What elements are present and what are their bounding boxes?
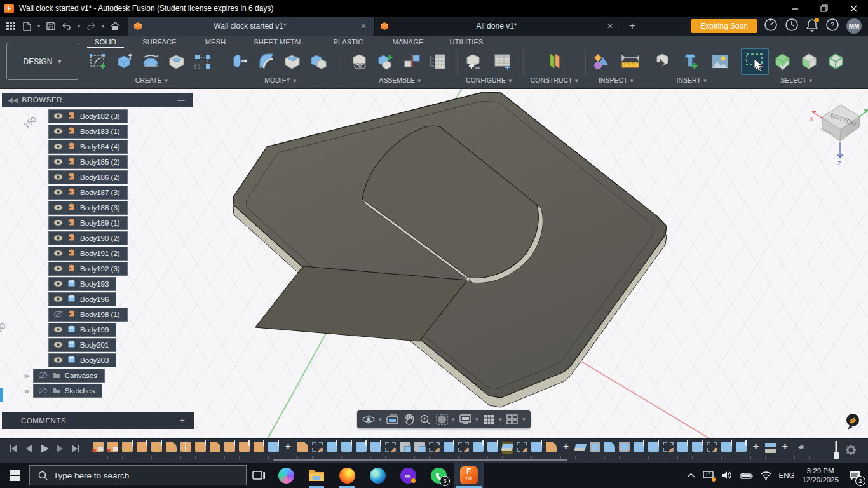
license-expiring-badge[interactable]: Expiring Soon bbox=[691, 19, 757, 33]
timeline-feature-layersB-icon[interactable] bbox=[765, 442, 776, 454]
new-tab-button[interactable]: + bbox=[621, 17, 643, 36]
expand-arrow-icon[interactable]: » bbox=[24, 369, 29, 382]
visibility-eye-icon[interactable] bbox=[53, 112, 63, 121]
tab-close-icon[interactable]: ✕ bbox=[604, 22, 616, 30]
collapse-panel-icon[interactable]: ◀◀ bbox=[2, 97, 22, 104]
timeline-feature-extrB-icon[interactable] bbox=[721, 442, 732, 454]
fit-icon[interactable] bbox=[434, 412, 449, 427]
visibility-eye-icon[interactable] bbox=[53, 341, 63, 349]
browser-scroll-indicator[interactable] bbox=[0, 388, 3, 402]
timeline-feature-sketch-icon[interactable] bbox=[663, 442, 674, 454]
ribbon-tab-sheet-metal[interactable]: SHEET METAL bbox=[245, 37, 312, 47]
viewports-icon[interactable] bbox=[505, 412, 520, 427]
timeline-feature-extrB-icon[interactable] bbox=[327, 442, 337, 454]
timeline-feature-extrO-icon[interactable] bbox=[254, 442, 264, 454]
browser-item-body185-2-[interactable]: Body185 (2) bbox=[48, 155, 128, 169]
visibility-eye-off-icon[interactable] bbox=[38, 387, 48, 395]
tray-wifi-icon[interactable] bbox=[761, 471, 771, 480]
select-edge-icon[interactable] bbox=[824, 48, 849, 75]
apps-grid-icon[interactable] bbox=[4, 19, 18, 33]
timeline-feature-extrB-icon[interactable] bbox=[692, 442, 703, 454]
close-button[interactable] bbox=[839, 0, 868, 17]
timeline-feature-extrB-icon[interactable] bbox=[268, 442, 279, 454]
timeline-feature-sketch-icon[interactable] bbox=[429, 442, 440, 454]
visibility-eye-icon[interactable] bbox=[53, 204, 63, 212]
fillet-icon[interactable] bbox=[253, 48, 279, 75]
timeline-feature-move-icon[interactable]: + bbox=[283, 442, 294, 454]
timeline-feature-extrB-icon[interactable] bbox=[648, 442, 659, 454]
timeline-feature-filletO-icon[interactable] bbox=[297, 442, 308, 454]
timeline-feature-move-icon[interactable]: + bbox=[750, 442, 761, 454]
action-center-icon[interactable]: 2 bbox=[846, 467, 863, 484]
tray-speaker-icon[interactable] bbox=[722, 471, 733, 480]
group-label-construct[interactable]: CONSTRUCT ▼ bbox=[527, 76, 582, 84]
timeline-feature-sketch-icon[interactable] bbox=[517, 442, 527, 454]
timeline-feature-extrO-icon[interactable] bbox=[122, 442, 133, 454]
insert-canvas-icon[interactable] bbox=[707, 48, 733, 75]
joint-icon[interactable] bbox=[398, 48, 424, 75]
grid-settings-icon[interactable] bbox=[481, 412, 496, 427]
feedback-balloon-icon[interactable] bbox=[845, 413, 860, 430]
visibility-eye-off-icon[interactable] bbox=[53, 311, 63, 319]
ribbon-tab-manage[interactable]: MANAGE bbox=[379, 37, 437, 47]
taskbar-app-firefox[interactable] bbox=[332, 463, 362, 488]
browser-item-body182-3-[interactable]: Body182 (3) bbox=[48, 109, 128, 123]
timeline-feature-extrB-icon[interactable] bbox=[677, 442, 688, 454]
document-tab-wall-clock[interactable]: Wall clock started v1* ✕ bbox=[128, 17, 375, 36]
construction-planes-icon[interactable] bbox=[542, 48, 568, 75]
pan-hand-icon[interactable] bbox=[401, 412, 416, 427]
timeline-feature-extrB-icon[interactable] bbox=[473, 442, 484, 454]
workspace-selector[interactable]: DESIGN▼ bbox=[6, 43, 79, 80]
chevron-down-icon[interactable]: ▼ bbox=[377, 417, 383, 423]
visibility-eye-icon[interactable] bbox=[53, 219, 63, 227]
timeline-feature-ribO-icon[interactable] bbox=[180, 442, 191, 454]
group-label-insert[interactable]: INSERT ▼ bbox=[648, 76, 736, 84]
group-label-assemble[interactable]: ASSEMBLE ▼ bbox=[346, 76, 454, 84]
select-body-check-icon[interactable] bbox=[770, 48, 796, 75]
timeline-feature-extrO-icon[interactable] bbox=[137, 442, 147, 454]
notifications-bell-icon[interactable] bbox=[806, 18, 818, 34]
timeline-feature-combine-icon[interactable] bbox=[414, 442, 425, 454]
redo-caret-icon[interactable]: ▾ bbox=[100, 19, 106, 33]
browser-item-body187-3-[interactable]: Body187 (3) bbox=[48, 186, 128, 200]
task-view-icon[interactable] bbox=[247, 463, 271, 488]
taskbar-app-fusion[interactable]: FFUS bbox=[454, 463, 484, 488]
timeline-feature-extrO-icon[interactable] bbox=[195, 442, 206, 454]
browser-item-body189-1-[interactable]: Body189 (1) bbox=[48, 216, 128, 230]
group-label-select[interactable]: SELECT ▼ bbox=[741, 76, 853, 84]
extrude-icon[interactable] bbox=[111, 48, 137, 75]
timeline-feature-extrB-icon[interactable] bbox=[341, 442, 352, 454]
comments-bar[interactable]: COMMENTS + bbox=[2, 412, 194, 429]
browser-item-body192-3-[interactable]: Body192 (3) bbox=[48, 262, 128, 276]
timeline-feature-move-icon[interactable]: + bbox=[560, 442, 571, 454]
tray-battery-icon[interactable] bbox=[740, 471, 753, 479]
expand-arrow-icon[interactable]: » bbox=[24, 384, 29, 397]
timeline-feature-extrO-icon[interactable] bbox=[224, 442, 235, 454]
visibility-eye-icon[interactable] bbox=[53, 143, 63, 151]
measure-entities-icon[interactable] bbox=[588, 48, 614, 75]
timeline-feature-extrB-icon[interactable] bbox=[444, 442, 454, 454]
timeline-feature-sketch-icon[interactable] bbox=[312, 442, 323, 454]
redo-icon[interactable] bbox=[84, 19, 98, 33]
visibility-eye-icon[interactable] bbox=[53, 250, 63, 258]
chevron-down-icon[interactable]: ▼ bbox=[498, 417, 503, 423]
timeline-feature-filletO-icon[interactable] bbox=[210, 442, 220, 454]
display-settings-icon[interactable] bbox=[458, 412, 473, 427]
chevron-down-icon[interactable]: ▼ bbox=[474, 417, 480, 423]
timeline-feature-compred-icon[interactable] bbox=[107, 442, 118, 454]
browser-item-body201[interactable]: Body201 bbox=[48, 338, 116, 352]
undo-caret-icon[interactable]: ▾ bbox=[76, 19, 82, 33]
timeline-feature-rollback-icon[interactable]: ◂ bbox=[794, 442, 805, 454]
timeline-feature-extrB-icon[interactable] bbox=[736, 442, 747, 454]
visibility-eye-icon[interactable] bbox=[53, 158, 63, 166]
play-icon[interactable] bbox=[39, 444, 50, 454]
timeline-position-marker[interactable] bbox=[832, 441, 839, 460]
group-label-create[interactable]: CREATE ▼ bbox=[85, 76, 219, 84]
browser-item-sketches[interactable]: Sketches bbox=[33, 384, 102, 398]
group-label-inspect[interactable]: INSPECT ▼ bbox=[588, 76, 645, 84]
ribbon-tab-surface[interactable]: SURFACE bbox=[134, 37, 185, 47]
group-label-configure[interactable]: CONFIGURE ▼ bbox=[460, 76, 519, 84]
tray-chevron-up-icon[interactable] bbox=[687, 473, 695, 478]
tray-display-share-icon[interactable] bbox=[703, 471, 714, 480]
add-comment-button[interactable]: + bbox=[180, 416, 194, 425]
